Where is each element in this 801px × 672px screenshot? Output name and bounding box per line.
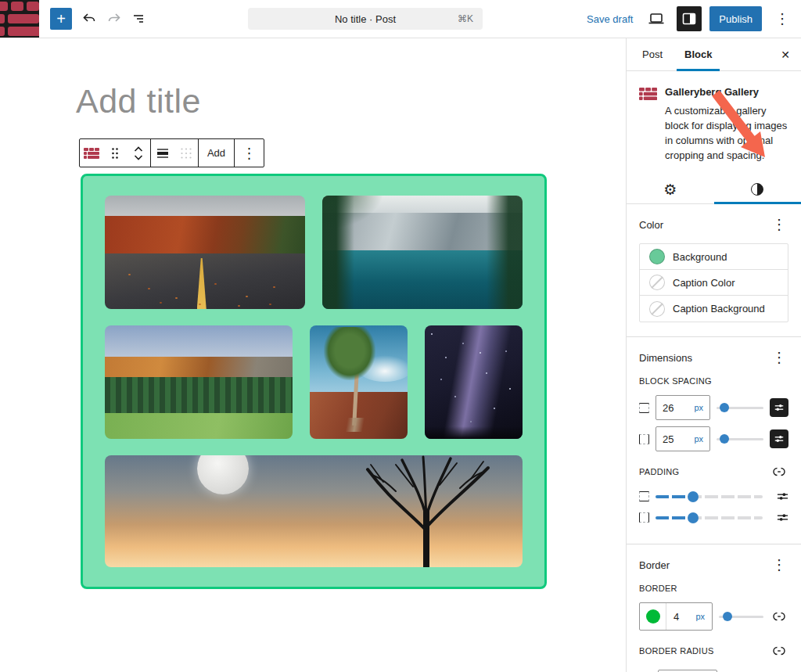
border-panel-options-button[interactable]: ⋮ <box>770 555 788 574</box>
sidebar-tool-tabs: ⚙ <box>627 175 801 204</box>
border-label-row: BORDER <box>639 584 788 593</box>
add-image-button[interactable]: Add <box>199 139 234 167</box>
block-spacing-label-row: BLOCK SPACING <box>639 376 788 386</box>
document-title: No title · Post <box>335 13 396 25</box>
border-radius-unlink-button[interactable] <box>770 641 788 660</box>
slider-thumb[interactable] <box>723 612 732 621</box>
tab-post[interactable]: Post <box>631 38 673 70</box>
color-panel-options-button[interactable]: ⋮ <box>770 215 788 234</box>
chevron-up-down-icon <box>133 146 144 161</box>
slider-thumb[interactable] <box>720 434 729 444</box>
galleryberg-logo[interactable] <box>0 0 39 38</box>
unit-select[interactable]: px <box>695 612 705 621</box>
ellipsis-icon: ⋮ <box>242 146 257 160</box>
padding-label: PADDING <box>639 467 679 476</box>
galleryberg-logo-icon <box>0 0 39 38</box>
editor-window: + No title · Post ⌘K Save draft Publish … <box>0 0 801 672</box>
tab-block[interactable]: Block <box>673 38 723 70</box>
color-setting-label: Caption Color <box>673 277 735 289</box>
gallery-image-milky-way[interactable] <box>425 325 523 439</box>
gallery-image-alpine-meadow[interactable] <box>105 325 293 439</box>
settings-sidebar-toggle[interactable] <box>677 6 702 31</box>
vertical-padding-icon <box>639 491 649 501</box>
slider-thumb[interactable] <box>688 491 699 502</box>
align-button[interactable] <box>151 139 174 167</box>
unit-select[interactable]: px <box>694 403 703 412</box>
tab-styles[interactable] <box>714 175 801 203</box>
tree-canopy <box>324 327 375 380</box>
border-panel: Border ⋮ BORDER 4 px <box>627 544 801 672</box>
topbar-actions: Save draft Publish ⋮ <box>584 6 795 31</box>
color-panel-title: Color <box>639 219 663 231</box>
stars <box>431 333 433 335</box>
gallery-image-canyon-tree[interactable] <box>310 325 408 439</box>
block-spacing-horizontal-input[interactable]: 25 px <box>656 426 710 451</box>
border-radius-label-row: BORDER RADIUS <box>639 641 788 660</box>
block-options-button[interactable]: ⋮ <box>235 139 264 167</box>
color-panel: Color ⋮ Background Caption Color Caption… <box>627 204 801 336</box>
border-width-slider[interactable] <box>719 612 763 621</box>
gallery-row <box>105 455 523 567</box>
vertical-gap-icon <box>639 403 649 413</box>
slider-thumb[interactable] <box>720 403 729 412</box>
border-control: 4 px <box>639 602 713 631</box>
redo-button[interactable] <box>102 6 127 31</box>
settings-sidebar: Post Block ✕ Galleryberg Gallery A custo… <box>626 38 801 672</box>
custom-size-icon[interactable] <box>777 512 788 523</box>
gallery-image-dusk-moon-tree[interactable] <box>105 455 523 567</box>
block-spacing-horizontal-slider[interactable] <box>717 434 763 444</box>
block-title: Galleryberg Gallery <box>665 86 788 98</box>
custom-size-icon[interactable] <box>777 491 788 502</box>
color-panel-header: Color ⋮ <box>639 215 788 234</box>
publish-button[interactable]: Publish <box>709 6 762 31</box>
block-toolbar-group-add: Add <box>199 139 235 167</box>
padding-vertical-slider[interactable] <box>656 491 770 502</box>
post-title-placeholder[interactable]: Add title <box>76 82 625 120</box>
block-spacing-vertical-slider[interactable] <box>717 403 763 412</box>
ellipsis-icon: ⋮ <box>772 350 786 365</box>
padding-unlink-button[interactable] <box>770 462 788 481</box>
gallery-block-type-button[interactable] <box>80 139 103 167</box>
tab-settings[interactable]: ⚙ <box>627 175 714 203</box>
border-color-swatch <box>646 609 660 623</box>
padding-horizontal-slider[interactable] <box>656 512 770 523</box>
color-setting-caption-color[interactable]: Caption Color <box>640 270 788 296</box>
galleryberg-gallery-block[interactable] <box>81 174 547 589</box>
border-unlink-button[interactable] <box>770 607 788 626</box>
block-spacing-vertical-input[interactable]: 26 px <box>656 395 710 420</box>
border-width-input[interactable]: 4 px <box>666 611 712 623</box>
color-setting-caption-background[interactable]: Caption Background <box>640 296 788 322</box>
color-setting-background[interactable]: Background <box>640 244 788 270</box>
gallery-image-autumn-road[interactable] <box>105 196 305 309</box>
slider-thumb[interactable] <box>688 512 699 523</box>
tree-roots <box>341 418 372 432</box>
unlink-icon <box>773 610 785 623</box>
border-width-row: 4 px <box>639 602 788 631</box>
save-draft-button[interactable]: Save draft <box>584 13 636 25</box>
undo-button[interactable] <box>77 6 102 31</box>
gallery-image-mountain-lake[interactable] <box>322 196 523 309</box>
gallery-block-icon <box>84 148 99 159</box>
close-sidebar-button[interactable]: ✕ <box>776 45 795 64</box>
value-text: 4 <box>673 611 679 623</box>
milky-way-band <box>425 325 523 439</box>
command-shortcut: ⌘K <box>458 13 473 24</box>
block-inserter-button[interactable]: + <box>50 8 72 30</box>
options-menu-button[interactable]: ⋮ <box>770 6 795 31</box>
spacing-options-button[interactable] <box>770 429 788 448</box>
dimensions-panel-options-button[interactable]: ⋮ <box>770 348 788 367</box>
drag-handle[interactable] <box>103 139 127 167</box>
ellipsis-icon: ⋮ <box>772 558 786 572</box>
preview-button[interactable] <box>644 6 669 31</box>
list-view-button[interactable] <box>127 6 152 31</box>
columns-grid-button[interactable] <box>174 139 198 167</box>
border-label: BORDER <box>639 584 677 593</box>
spacing-options-button[interactable] <box>770 398 788 417</box>
bare-tree-silhouette <box>344 455 508 567</box>
move-up-down-button[interactable] <box>127 139 150 167</box>
border-panel-header: Border ⋮ <box>639 555 788 574</box>
border-color-button[interactable] <box>640 603 666 630</box>
document-title-bar[interactable]: No title · Post ⌘K <box>248 8 483 30</box>
styles-contrast-icon <box>751 183 763 196</box>
unit-select[interactable]: px <box>694 434 703 444</box>
